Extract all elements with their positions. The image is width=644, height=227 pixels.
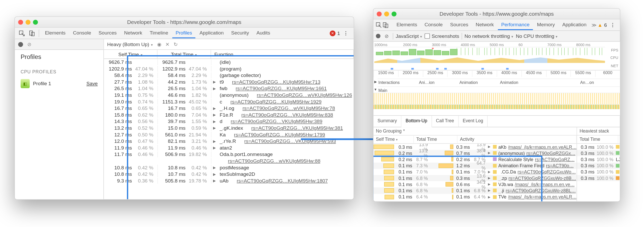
traffic-lights[interactable] (377, 11, 396, 16)
close-icon[interactable] (18, 20, 23, 24)
titlebar[interactable]: Developer Tools - https://www.google.com… (15, 17, 354, 28)
flamechart-pane[interactable]: 1500 ms2000 ms2500 ms3000 ms3500 ms4000 … (374, 71, 620, 116)
tab-sources[interactable]: Sources (95, 28, 120, 38)
table-row[interactable]: 11.9 ms0.46 %11.9 ms0.46 %▶atan2 (104, 145, 354, 151)
table-row[interactable]: 19.1 ms0.75 %46.6 ms1.82 %(anonymous)rs=… (104, 92, 354, 99)
table-row[interactable]: 0.1 ms6.8 %0.1 ms6.8 %▶_.ji rs=ACT90oGqR… (374, 188, 577, 194)
track-main: Main (378, 86, 620, 92)
table-row[interactable]: 0.1 ms6.4 %0.1 ms6.4 %▶TVe /maps/_/js/k=… (374, 194, 577, 200)
col-self-time[interactable]: Self Time (104, 50, 157, 59)
tab-sources[interactable]: Sources (447, 20, 472, 30)
disclosure-icon[interactable]: ▶ (374, 80, 378, 83)
record-icon[interactable] (376, 34, 380, 38)
error-badge-icon[interactable]: ✕ (330, 30, 336, 36)
close-icon[interactable] (377, 11, 382, 16)
table-row[interactable]: 0.2 ms13.2 %0.7 ms38.4 %▶(anonymous) rs=… (374, 150, 577, 156)
warning-icon[interactable]: ▲ (598, 22, 603, 28)
table-row[interactable]: 0.3 ms100.0 %LJb.Aa /… (577, 156, 620, 162)
error-count[interactable]: 1 (337, 30, 340, 36)
kebab-icon[interactable]: ⋮ (608, 22, 618, 28)
js-dropdown[interactable]: JavaScript ▾ (396, 33, 422, 39)
traffic-lights[interactable] (18, 20, 38, 24)
table-row[interactable]: 14.3 ms0.56 %39.7 ms1.55 %▶drs=ACT90oGqR… (104, 118, 354, 125)
perf-body: 1000ms2000 ms3000 ms4000 ms5000 ms607000… (374, 42, 620, 202)
table-row[interactable]: 27.7 ms1.08 %44.2 ms1.73 %▶t9rs=ACT90oGq… (104, 79, 354, 85)
inspect-icon[interactable] (17, 29, 26, 38)
table-row[interactable]: 16.7 ms0.65 %16.7 ms0.65 %▶_.H.ogrs=ACT9… (104, 105, 354, 112)
table-row[interactable]: 10.8 ms0.42 %10.7 ms0.42 %▶texSubImage2D (104, 171, 354, 178)
tab-event-log[interactable]: Event Log (459, 116, 488, 127)
col-self-time[interactable]: Self Time ▾ (374, 135, 414, 143)
table-row[interactable]: 12.7 ms0.50 %561.0 ms21.94 %Kars=ACT90oG… (104, 131, 354, 138)
tab-call-tree[interactable]: Call Tree (432, 116, 459, 127)
table-row[interactable]: rs=ACT90oGqRZGG…wVKUIgM95Hw:88 (104, 158, 354, 164)
focus-icon[interactable]: ◉ (157, 41, 161, 47)
tab-performance[interactable]: Performance (498, 20, 533, 30)
tab-elements[interactable]: Elements (393, 20, 420, 30)
tab-profiles[interactable]: Profiles (172, 28, 196, 38)
table-row[interactable]: 0.1 ms6.8 %0.6 ms34.1 %▶VJb.wa /maps/_/j… (374, 181, 577, 187)
table-row[interactable]: 9.3 ms0.36 %505.8 ms19.78 %▶uAbrs=ACT90o… (104, 178, 354, 184)
tab-console[interactable]: Console (421, 20, 446, 30)
tab-memory[interactable]: Memory (534, 20, 558, 30)
table-row[interactable]: 0.3 ms100.0 %iIL.Ga rs=… (577, 162, 620, 169)
table-row[interactable]: 26.5 ms1.04 %26.5 ms1.04 %▶fwbrs=ACT90oG… (104, 85, 354, 92)
table-row[interactable]: 12.0 ms0.47 %82.1 ms3.21 %▶_.rYe.Rrs=ACT… (104, 138, 354, 145)
network-throttle-dropdown[interactable]: No network throttling ▾ (464, 33, 513, 39)
table-row[interactable]: 10.8 ms0.42 %10.8 ms0.42 %▶postMessage (104, 164, 354, 171)
table-row[interactable]: 15.8 ms0.62 %180.0 ms7.04 %▶F1e.Rrs=ACT9… (104, 112, 354, 118)
tab-network[interactable]: Network (121, 28, 146, 38)
profile-row[interactable]: ◧ Profile 1 Save (15, 77, 104, 91)
overview-pane[interactable]: 1000ms2000 ms3000 ms4000 ms5000 ms607000… (374, 42, 620, 71)
exclude-icon[interactable]: ✕ (165, 41, 170, 47)
table-row[interactable]: 9626.7 ms9626.7 ms(idle) (104, 59, 354, 66)
view-dropdown[interactable]: Heavy (Bottom Up) (107, 41, 153, 47)
tab-summary[interactable]: Summary (374, 116, 402, 127)
table-row[interactable]: 0.1 ms7.3 %1.2 ms64.7 %Animation Frame F… (374, 162, 577, 169)
table-row[interactable]: 0.3 ms100.0 %Animation (577, 175, 620, 181)
warning-count[interactable]: 6 (604, 22, 607, 28)
col-total-time[interactable]: Total Time (414, 135, 457, 143)
col-activity[interactable]: Activity (457, 135, 577, 143)
cpu-throttle-dropdown[interactable]: No CPU throttling ▾ (516, 33, 558, 39)
device-icon[interactable] (383, 20, 388, 29)
table-row[interactable]: 13.2 ms0.52 %15.0 ms0.59 %▶_.gK.indexrs=… (104, 125, 354, 132)
clear-icon[interactable]: ⊘ (27, 41, 31, 47)
tab-elements[interactable]: Elements (42, 28, 69, 38)
tab-audits[interactable]: Audits (253, 28, 274, 38)
minimize-icon[interactable] (26, 20, 30, 24)
table-row[interactable]: 0.3 ms100.0 %c /maps… (577, 169, 620, 175)
overflow-icon[interactable]: ≫ (591, 22, 597, 28)
table-row[interactable]: 19.0 ms0.74 %1151.3 ms45.02 %crs=ACT90oG… (104, 98, 354, 105)
zoom-icon[interactable] (392, 11, 396, 16)
tab-console[interactable]: Console (70, 28, 94, 38)
zoom-icon[interactable] (33, 20, 38, 24)
minimize-icon[interactable] (384, 11, 389, 16)
clear-icon[interactable]: ⊘ (383, 32, 390, 40)
tab-network[interactable]: Network (472, 20, 497, 30)
table-row[interactable]: 0.3 ms100.0 %aKb /ma… (577, 144, 620, 150)
tab-application[interactable]: Application (559, 20, 590, 30)
kebab-icon[interactable]: ⋮ (341, 30, 351, 36)
save-link[interactable]: Save (86, 81, 98, 86)
tab-security[interactable]: Security (228, 28, 252, 38)
grouping-dropdown[interactable]: No Grouping (376, 128, 402, 134)
col-activity[interactable]: Activity (618, 135, 620, 143)
col-function[interactable]: Function (211, 50, 354, 59)
disclosure-icon[interactable]: ▼ (374, 88, 378, 91)
titlebar[interactable]: Developer Tools - https://www.google.com… (374, 9, 620, 20)
device-icon[interactable] (27, 29, 36, 38)
table-row[interactable]: 11.7 ms0.46 %506.9 ms19.82 %Oda.b.port1.… (104, 151, 354, 158)
table-row[interactable]: 0.3 ms100.0 %VJb.wa /… (577, 150, 620, 156)
tab-application[interactable]: Application (196, 28, 227, 38)
screenshots-checkbox[interactable]: Screenshots (425, 33, 459, 39)
reload-icon[interactable]: ↻ (174, 41, 178, 47)
record-icon[interactable] (18, 42, 23, 47)
col-total-time[interactable]: Total Time (577, 135, 618, 143)
table-row[interactable]: 1202.9 ms47.04 %1202.9 ms47.04 %(program… (104, 65, 354, 72)
tab-bottom-up[interactable]: Bottom-Up (402, 116, 432, 127)
table-row[interactable]: 58.4 ms2.29 %58.4 ms2.29 %(garbage colle… (104, 72, 354, 79)
tab-timeline[interactable]: Timeline (146, 28, 171, 38)
col-total-time[interactable]: Total Time (157, 50, 211, 59)
inspect-icon[interactable] (376, 20, 382, 29)
